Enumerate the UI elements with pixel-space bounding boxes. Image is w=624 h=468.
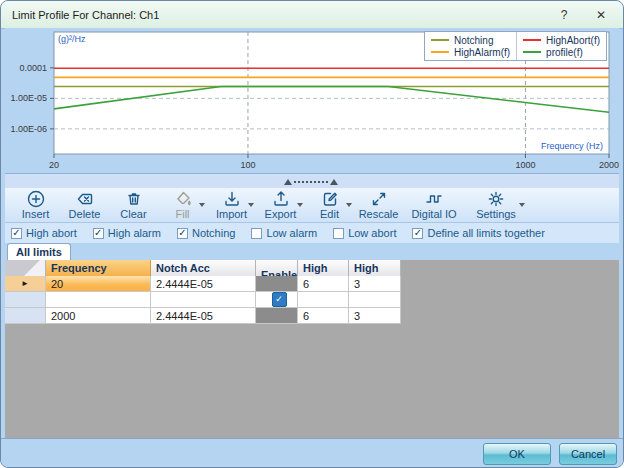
close-button[interactable]: ✕ xyxy=(579,8,623,22)
tab-all-limits[interactable]: All limits xyxy=(7,243,71,260)
square-wave-icon xyxy=(424,189,444,209)
svg-text:2000: 2000 xyxy=(599,160,619,170)
grid-background: Frequency (Hz) Notch Acc ((g)²/Hz) Enabl… xyxy=(5,260,619,438)
legend-label: Notching xyxy=(454,35,493,46)
high-abort-checkbox[interactable]: High abort xyxy=(11,227,77,239)
row-selector[interactable]: ► xyxy=(5,276,46,292)
limit-options-row: High abort High alarm Notching Low alarm… xyxy=(5,223,619,243)
define-all-limits-checkbox[interactable]: Define all limits together xyxy=(412,227,544,239)
row-selector[interactable] xyxy=(5,308,46,324)
limit-profile-chart[interactable]: 20100100020000.00011.00E-051.00E-06(g)²/… xyxy=(5,28,619,173)
digital-io-button[interactable]: Digital IO xyxy=(403,189,465,220)
grid-cell-enable[interactable] xyxy=(256,276,298,292)
svg-text:20: 20 xyxy=(49,160,59,170)
checkbox-icon[interactable] xyxy=(333,228,344,239)
svg-text:1.00E-06: 1.00E-06 xyxy=(10,124,47,134)
checkbox-icon[interactable] xyxy=(11,228,22,239)
chart-legend: Notching HighAlarm(f) HighAbort(f) profi… xyxy=(424,31,607,61)
rescale-button[interactable]: Rescale xyxy=(354,189,403,220)
toolbar-label: Delete xyxy=(69,208,101,220)
limits-table: Frequency (Hz) Notch Acc ((g)²/Hz) Enabl… xyxy=(5,260,401,324)
checkbox-label: High abort xyxy=(26,227,77,239)
legend-item: HighAbort(f) xyxy=(523,34,600,46)
profile-line-swatch xyxy=(523,51,541,53)
range-slider[interactable] xyxy=(284,179,338,185)
dropdown-arrow-icon[interactable] xyxy=(199,203,205,207)
grid-cell-frequency[interactable] xyxy=(46,292,151,308)
dropdown-arrow-icon[interactable] xyxy=(519,203,525,207)
legend-item: HighAlarm(f) xyxy=(431,46,510,58)
grid-cell-high-abort[interactable] xyxy=(298,292,349,308)
edit-button[interactable]: Edit xyxy=(305,189,354,220)
range-track[interactable] xyxy=(294,181,328,183)
edit-pencil-icon xyxy=(320,189,340,209)
toolbar-label: Digital IO xyxy=(411,208,456,220)
clear-button[interactable]: Clear xyxy=(109,189,158,220)
notching-checkbox[interactable]: Notching xyxy=(177,227,235,239)
checkbox-icon[interactable] xyxy=(93,228,104,239)
checkbox-label: Low abort xyxy=(348,227,396,239)
delete-button[interactable]: Delete xyxy=(60,189,109,220)
trash-icon xyxy=(124,189,144,209)
grid-cell-high-alarm[interactable]: 3 xyxy=(349,276,401,292)
grid-cell-high-alarm[interactable]: 3 xyxy=(349,308,401,324)
toolbar-label: Rescale xyxy=(359,208,399,220)
legend-label: profile(f) xyxy=(546,47,583,58)
highabort-line-swatch xyxy=(523,39,541,41)
checkbox-label: Low alarm xyxy=(266,227,317,239)
import-icon xyxy=(222,189,242,209)
grid-cell-high-alarm[interactable] xyxy=(349,292,401,308)
toolbar-label: Import xyxy=(216,208,247,220)
export-icon xyxy=(271,189,291,209)
legend-item: profile(f) xyxy=(523,46,600,58)
dropdown-arrow-icon[interactable] xyxy=(248,203,254,207)
grid-cell-enable[interactable] xyxy=(256,308,298,324)
svg-text:1.00E-05: 1.00E-05 xyxy=(10,93,47,103)
settings-button[interactable]: Settings xyxy=(465,189,527,220)
checkbox-icon[interactable] xyxy=(251,228,262,239)
grid-cell-frequency[interactable]: 2000 xyxy=(46,308,151,324)
import-button[interactable]: Import xyxy=(207,189,256,220)
plus-circle-icon xyxy=(26,189,46,209)
paint-bucket-icon xyxy=(173,189,193,209)
grid-cell-notch-acc[interactable]: 2.4444E-05 xyxy=(151,276,256,292)
grid-cell-frequency[interactable]: 20 xyxy=(46,276,151,292)
high-alarm-checkbox[interactable]: High alarm xyxy=(93,227,161,239)
fill-button[interactable]: Fill xyxy=(158,189,207,220)
row-selector[interactable] xyxy=(5,292,46,308)
title-bar: Limit Profile For Channel: Ch1 ? ✕ xyxy=(1,1,623,29)
range-handle-right-icon[interactable] xyxy=(330,179,338,185)
gear-icon xyxy=(486,189,506,209)
checkbox-icon[interactable] xyxy=(412,228,423,239)
toolbar-label: Settings xyxy=(476,208,516,220)
grid-cell-enable[interactable] xyxy=(256,292,298,308)
export-button[interactable]: Export xyxy=(256,189,305,220)
svg-text:1000: 1000 xyxy=(515,160,535,170)
grid-cell-high-abort[interactable]: 6 xyxy=(298,276,349,292)
grid-cell-high-abort[interactable]: 6 xyxy=(298,308,349,324)
enable-checkbox[interactable] xyxy=(272,292,287,307)
grid-cell-notch-acc[interactable] xyxy=(151,292,256,308)
range-handle-left-icon[interactable] xyxy=(284,179,292,185)
svg-text:0.0001: 0.0001 xyxy=(19,63,47,73)
low-alarm-checkbox[interactable]: Low alarm xyxy=(251,227,317,239)
toolbar-label: Edit xyxy=(320,208,339,220)
insert-button[interactable]: Insert xyxy=(11,189,60,220)
cancel-button[interactable]: Cancel xyxy=(559,443,617,465)
svg-text:Frequency (Hz): Frequency (Hz) xyxy=(541,141,603,151)
notching-line-swatch xyxy=(431,39,449,41)
help-button[interactable]: ? xyxy=(549,8,579,22)
low-abort-checkbox[interactable]: Low abort xyxy=(333,227,396,239)
dropdown-arrow-icon[interactable] xyxy=(346,203,352,207)
ok-button[interactable]: OK xyxy=(483,443,551,465)
checkbox-icon[interactable] xyxy=(177,228,188,239)
tab-strip: All limits xyxy=(5,243,619,260)
toolbar-label: Fill xyxy=(175,208,189,220)
checkbox-label: High alarm xyxy=(108,227,161,239)
toolbar: Insert Delete Clear Fill Import xyxy=(5,188,619,223)
grid-cell-notch-acc[interactable]: 2.4444E-05 xyxy=(151,308,256,324)
dropdown-arrow-icon[interactable] xyxy=(297,203,303,207)
toolbar-label: Insert xyxy=(22,208,50,220)
legend-label: HighAbort(f) xyxy=(546,35,600,46)
dialog-title: Limit Profile For Channel: Ch1 xyxy=(1,9,549,21)
